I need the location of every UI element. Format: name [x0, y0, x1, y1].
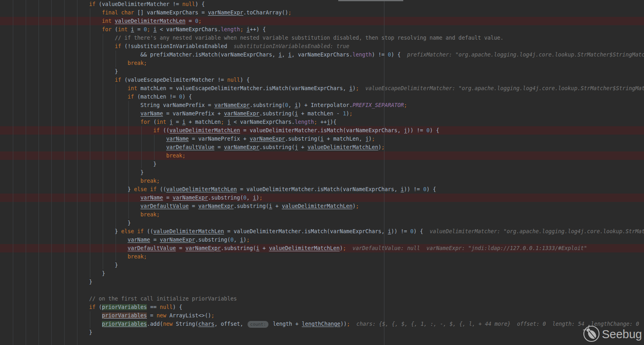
code-line: if (priorVariables == null) {	[0, 303, 644, 311]
seebug-wordmark: Seebug	[602, 328, 642, 341]
debugger-inline-hint: valueEscapeDelimiterMatcher: "org.apache…	[359, 85, 644, 91]
code-line: for (int j = i + matchLen; j < varNameEx…	[0, 118, 644, 126]
code-line: } else if ((valueDelimiterMatchLen = val…	[0, 227, 644, 236]
code-line: priorVariables = new ArrayList<>();	[0, 311, 644, 320]
code-line: for (int i = 0; i < varNameExprChars.len…	[0, 25, 644, 34]
code-line: }	[0, 160, 644, 168]
code-line: if (!substitutionInVariablesEnabled subs…	[0, 42, 644, 50]
code-line: priorVariables.add(new String(chars, off…	[0, 320, 644, 328]
code-line: break;	[0, 177, 644, 185]
code-line: varDefaultValue = varNameExpr.substring(…	[0, 202, 644, 210]
code-line: }	[0, 269, 644, 278]
code-line: break;	[0, 151, 644, 160]
code-line: int matchLen = valueEscapeDelimiterMatch…	[0, 84, 644, 93]
code-line: }	[0, 67, 644, 76]
code-layer: if (valueDelimiterMatcher != null) { fin…	[0, 0, 644, 345]
code-line: }	[0, 278, 644, 286]
code-line: varName = varNamePrefix + varNameExpr.su…	[0, 109, 644, 118]
code-line: && prefixMatcher.isMatch(varNameExprChar…	[0, 50, 644, 59]
code-line: }	[0, 168, 644, 177]
code-line: if (matchLen != 0) {	[0, 93, 644, 101]
code-line: varDefaultValue = varNameExpr.substring(…	[0, 244, 644, 252]
code-line: int valueDelimiterMatchLen = 0;	[0, 17, 644, 25]
code-line	[0, 286, 644, 295]
code-line: // on the first call initialize priorVar…	[0, 295, 644, 303]
code-line: }	[0, 261, 644, 269]
debugger-inline-hint: valueDelimiterMatcher: "org.apache.loggi…	[423, 228, 644, 234]
code-line: break;	[0, 59, 644, 67]
seebug-watermark: Seebug	[573, 321, 644, 345]
code-line: String varNamePrefix = varNameExpr.subst…	[0, 101, 644, 109]
code-line: varDefaultValue = varNameExpr.substring(…	[0, 143, 644, 151]
seebug-logo-icon	[583, 325, 599, 341]
code-editor[interactable]: if (valueDelimiterMatcher != null) { fin…	[0, 0, 644, 345]
code-line: varName = varNamePrefix + varNameExpr.su…	[0, 135, 644, 143]
debugger-inline-hint: varDefaultValue: null varNameExpr: "jndi…	[346, 245, 587, 251]
code-line: varName = varNameExpr.substring(0, i);	[0, 236, 644, 244]
code-line: }	[0, 328, 644, 337]
code-line: if (valueEscapeDelimiterMatcher != null)…	[0, 76, 644, 84]
debugger-inline-hint: substitutionInVariablesEnabled: true	[227, 43, 349, 49]
code-line: }	[0, 219, 644, 227]
parameter-hint-badge: count:	[248, 321, 268, 328]
code-line: } else if ((valueDelimiterMatchLen = val…	[0, 185, 644, 194]
code-line: varName = varNameExpr.substring(0, i);	[0, 194, 644, 202]
code-line: if (valueDelimiterMatcher != null) {	[0, 0, 644, 8]
code-line: break;	[0, 252, 644, 261]
code-line: break;	[0, 210, 644, 219]
debugger-inline-hint: prefixMatcher: "org.apache.logging.log4j…	[401, 52, 644, 58]
code-line: // if there's any nested variable when n…	[0, 34, 644, 42]
code-line: if ((valueDelimiterMatchLen = valueDelim…	[0, 126, 644, 135]
code-line: final char [] varNameExprChars = varName…	[0, 8, 644, 17]
